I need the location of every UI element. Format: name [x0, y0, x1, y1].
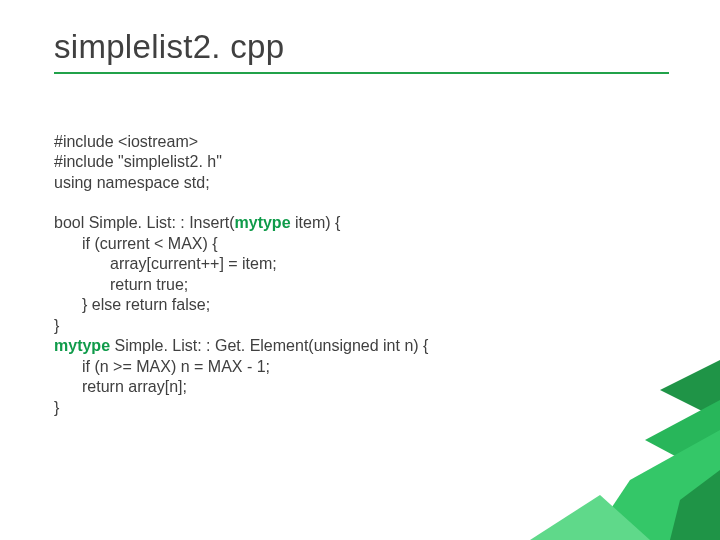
code-line: if (n >= MAX) n = MAX - 1; [54, 357, 666, 377]
svg-marker-0 [660, 360, 720, 420]
code-block: #include <iostream> #include "simplelist… [54, 132, 666, 418]
code-line: if (current < MAX) { [54, 234, 666, 254]
svg-marker-4 [670, 470, 720, 540]
code-text: Simple. List: : Get. Element(unsigned in… [110, 337, 428, 354]
code-line: return true; [54, 275, 666, 295]
code-text: item) { [291, 214, 341, 231]
code-keyword-mytype: mytype [235, 214, 291, 231]
code-line: #include "simplelist2. h" [54, 152, 666, 172]
title-underline [54, 72, 669, 74]
code-line: #include <iostream> [54, 132, 666, 152]
svg-marker-3 [530, 495, 650, 540]
code-gap [54, 193, 666, 213]
code-line: using namespace std; [54, 173, 666, 193]
code-line: mytype Simple. List: : Get. Element(unsi… [54, 336, 666, 356]
slide: simplelist2. cpp #include <iostream> #in… [0, 0, 720, 540]
code-line: array[current++] = item; [54, 254, 666, 274]
code-text: bool Simple. List: : Insert( [54, 214, 235, 231]
code-line: return array[n]; [54, 377, 666, 397]
code-line: } [54, 316, 666, 336]
code-keyword-mytype: mytype [54, 337, 110, 354]
svg-marker-2 [590, 430, 720, 540]
code-line: bool Simple. List: : Insert(mytype item)… [54, 213, 666, 233]
slide-title: simplelist2. cpp [54, 28, 666, 66]
code-line: } else return false; [54, 295, 666, 315]
code-line: } [54, 398, 666, 418]
